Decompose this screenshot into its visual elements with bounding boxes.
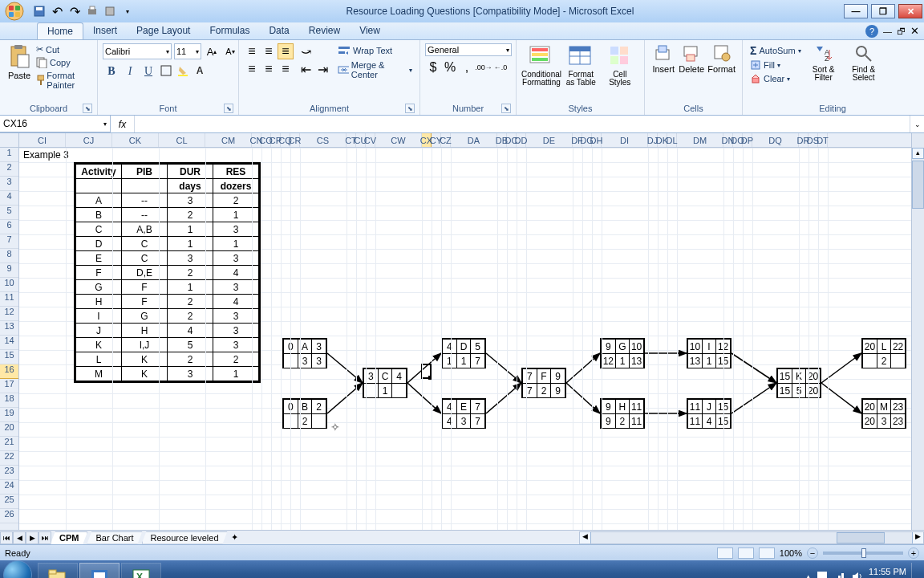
first-sheet-icon[interactable]: ⏮	[0, 531, 13, 544]
decrease-indent-icon[interactable]: ⇤	[298, 61, 314, 77]
column-header[interactable]: CJ	[66, 133, 112, 147]
align-left-icon[interactable]: ≡	[244, 61, 260, 77]
format-painter-button[interactable]: Format Painter	[34, 70, 92, 91]
middle-align-icon[interactable]: ≡	[261, 43, 277, 59]
start-button[interactable]	[2, 559, 37, 578]
row-header[interactable]: 2	[0, 162, 18, 177]
column-header[interactable]: CR	[290, 133, 300, 147]
column-header[interactable]: DL	[667, 133, 677, 147]
fill-button[interactable]: Fill▾	[748, 59, 804, 71]
row-header[interactable]: 3	[0, 177, 18, 191]
minimize-ribbon-icon[interactable]: —	[883, 26, 892, 36]
wrap-text-button[interactable]: Wrap Text	[335, 43, 415, 58]
help-icon[interactable]: ?	[865, 25, 878, 38]
column-header[interactable]: DE	[526, 133, 573, 147]
row-header[interactable]: 1	[0, 148, 18, 162]
last-sheet-icon[interactable]: ⏭	[38, 531, 51, 544]
percent-format-icon[interactable]: %	[442, 59, 458, 75]
increase-decimal-icon[interactable]: .00→	[476, 59, 492, 75]
row-header[interactable]: 12	[0, 307, 18, 321]
bold-button[interactable]: B	[103, 63, 120, 80]
show-desktop-button[interactable]	[911, 563, 918, 578]
cell-styles-button[interactable]: Cell Styles	[601, 42, 640, 88]
row-header[interactable]: 24	[0, 480, 18, 495]
row-header[interactable]: 22	[0, 451, 18, 466]
row-header[interactable]: 11	[0, 292, 18, 307]
row-header[interactable]: 14	[0, 336, 18, 350]
column-header[interactable]: CZ	[441, 133, 451, 147]
row-header[interactable]: 17	[0, 379, 18, 393]
formula-input[interactable]	[135, 116, 910, 132]
column-header[interactable]: DI	[602, 133, 648, 147]
comma-format-icon[interactable]: ,	[459, 59, 475, 75]
tab-review[interactable]: Review	[299, 22, 350, 39]
close-workbook-icon[interactable]: ✕	[910, 25, 919, 37]
row-header[interactable]: 18	[0, 393, 18, 408]
copy-button[interactable]: Copy	[34, 56, 92, 69]
row-header[interactable]: 20	[0, 422, 18, 437]
row-header[interactable]: 16	[0, 364, 18, 379]
tab-data[interactable]: Data	[259, 22, 298, 39]
align-center-icon[interactable]: ≡	[261, 61, 277, 77]
restore-window-icon[interactable]: 🗗	[897, 26, 906, 36]
sheet-tab-resource-leveled[interactable]: Resource leveled	[142, 531, 228, 544]
zoom-thumb[interactable]	[861, 548, 866, 558]
horizontal-scrollbar[interactable]: ◀ ▶	[579, 531, 924, 544]
column-header[interactable]: DP	[743, 133, 752, 147]
taskbar-app-1[interactable]	[79, 563, 120, 578]
font-launcher-icon[interactable]: ⬊	[224, 104, 233, 113]
zoom-in-icon[interactable]: +	[908, 547, 919, 559]
next-sheet-icon[interactable]: ▶	[26, 531, 38, 544]
column-header[interactable]: DQ	[752, 133, 799, 147]
number-launcher-icon[interactable]: ⬊	[501, 104, 511, 113]
horizontal-scroll-thumb[interactable]	[837, 532, 885, 543]
tab-home[interactable]: Home	[37, 22, 83, 39]
undo-icon[interactable]: ↶	[50, 4, 64, 18]
format-cells-button[interactable]: Format	[706, 42, 737, 75]
fill-color-button[interactable]	[175, 63, 191, 79]
new-sheet-icon[interactable]: ✦	[228, 532, 242, 543]
paste-button[interactable]: Paste	[5, 42, 34, 82]
column-header[interactable]: DD	[517, 133, 526, 147]
orientation-icon[interactable]: ⤻	[298, 43, 314, 59]
number-format-dropdown[interactable]: General▾	[425, 43, 512, 56]
redo-icon[interactable]: ↷	[67, 4, 82, 18]
office-button[interactable]	[0, 0, 29, 22]
autosum-button[interactable]: ΣAutoSum▾	[748, 43, 804, 58]
column-header[interactable]: CK	[112, 133, 159, 147]
insert-cells-button[interactable]: Insert	[650, 42, 677, 75]
clipboard-launcher-icon[interactable]: ⬊	[83, 104, 92, 113]
border-button[interactable]	[158, 63, 174, 79]
column-header[interactable]: DH	[592, 133, 602, 147]
tab-view[interactable]: View	[350, 22, 390, 39]
taskbar-explorer[interactable]	[38, 563, 78, 578]
column-header[interactable]: DM	[677, 133, 723, 147]
cut-button[interactable]: ✂Cut	[34, 43, 92, 55]
row-header[interactable]: 6	[0, 220, 18, 234]
qat-dropdown-icon[interactable]: ▾	[120, 4, 135, 18]
network-icon[interactable]	[833, 570, 846, 578]
format-as-table-button[interactable]: Format as Table	[561, 42, 601, 88]
action-center-icon[interactable]	[816, 570, 829, 578]
zoom-slider[interactable]	[823, 552, 903, 555]
accounting-format-icon[interactable]: $	[425, 59, 441, 75]
prev-sheet-icon[interactable]: ◀	[13, 531, 26, 544]
taskbar-excel[interactable]: X	[121, 563, 161, 578]
name-box[interactable]: CX16▾	[0, 116, 111, 132]
minimize-button[interactable]: —	[844, 4, 868, 18]
column-header[interactable]: CM	[205, 133, 252, 147]
row-header[interactable]: 25	[0, 495, 18, 509]
font-size-dropdown[interactable]: 11▾	[174, 43, 201, 59]
sheet-tab-bar-chart[interactable]: Bar Chart	[87, 531, 142, 544]
align-right-icon[interactable]: ≡	[278, 61, 294, 77]
column-header[interactable]: CS	[300, 133, 346, 147]
row-header[interactable]: 15	[0, 350, 18, 364]
tab-insert[interactable]: Insert	[83, 22, 127, 39]
scroll-right-icon[interactable]: ▶	[912, 532, 923, 543]
tab-formulas[interactable]: Formulas	[200, 22, 259, 39]
grow-font-icon[interactable]: A▴	[204, 43, 220, 59]
top-align-icon[interactable]: ≡	[244, 43, 260, 59]
italic-button[interactable]: I	[121, 63, 139, 80]
shrink-font-icon[interactable]: A▾	[222, 43, 238, 59]
row-header[interactable]: 10	[0, 278, 18, 292]
